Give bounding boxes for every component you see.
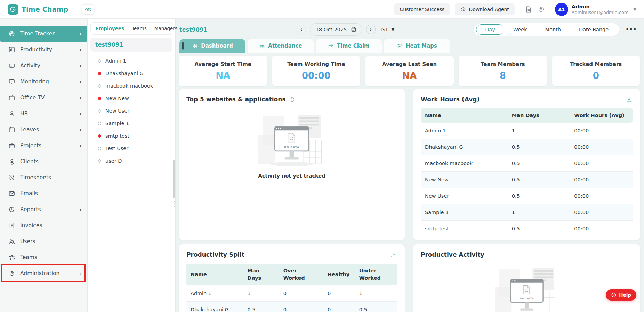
more-options-button[interactable]: ••• [626, 26, 637, 33]
chevron-right-icon: › [79, 95, 82, 101]
download-agent-button[interactable]: Download Agent [455, 3, 514, 15]
panel-resize-handle[interactable] [174, 201, 175, 207]
employee-list-item[interactable]: smtp test [98, 130, 175, 142]
customer-success-button[interactable]: Customer Success [394, 3, 450, 15]
sidebar-item-users[interactable]: Users [0, 233, 87, 249]
help-button[interactable]: Help [606, 289, 636, 301]
client-person-icon [8, 158, 15, 165]
employee-name: smtp test [105, 133, 129, 139]
avatar: A1 [555, 3, 568, 16]
employee-panel: Employees Teams Managers test9091 Admin … [88, 19, 176, 312]
column-header: Name [421, 108, 508, 123]
employee-name: Test User [105, 146, 128, 151]
cell-name: Admin 1 [421, 123, 508, 139]
sidebar-item-timesheets[interactable]: Timesheets [0, 170, 87, 186]
tab-time-claim[interactable]: Time Claim [316, 39, 382, 53]
view-option-day[interactable]: Day [476, 24, 504, 35]
tab-attendance[interactable]: Attendance [248, 39, 314, 53]
settings-gear-icon[interactable] [537, 6, 545, 13]
sidebar-item-label: Time Tracker [20, 31, 79, 37]
sidebar-item-projects[interactable]: Projects › [0, 138, 87, 154]
top-bar: Time Champ ⋘ Customer Success Download A… [0, 0, 644, 19]
date-navigation: ‹ 18 Oct 2025 › IST ▼ [297, 23, 394, 36]
download-cloud-icon [460, 7, 466, 12]
stat-value: 00:00 [302, 71, 331, 81]
employee-list-item[interactable]: user D [98, 155, 175, 167]
employee-list-item[interactable]: Dhakshayani G [98, 67, 175, 80]
sidebar-item-clients[interactable]: Clients [0, 154, 87, 170]
sidebar-item-administration[interactable]: Administration › [0, 265, 87, 281]
presence-dot [98, 84, 101, 88]
prev-day-button[interactable]: ‹ [297, 25, 306, 34]
sidebar-item-label: Timesheets [20, 174, 82, 181]
stat-card-tracked-members: Tracked Members 0 [552, 56, 640, 86]
team-group-header[interactable]: test9091 [90, 38, 172, 52]
employee-list-item[interactable]: Sample 1 [98, 117, 175, 130]
view-option-date-range[interactable]: Date Range [570, 24, 618, 35]
user-email: Adminuser1@admin.com [572, 10, 629, 15]
user-menu[interactable]: A1 Admin Adminuser1@admin.com ▼ [555, 3, 636, 16]
employee-name: user D [105, 158, 122, 164]
cell-name: Sample 1 [421, 204, 508, 221]
column-header: Name [186, 264, 243, 285]
employee-list-item[interactable]: New New [98, 92, 175, 105]
sidebar-item-office-tv[interactable]: Office TV › [0, 90, 87, 106]
no-data-illustration [492, 266, 562, 312]
user-name: Admin [572, 3, 629, 10]
date-picker[interactable]: 18 Oct 2025 [310, 23, 363, 36]
users-icon [8, 238, 15, 245]
work-hours-table: Name Man Days Work Hours (Avg) Admin 1 1… [421, 108, 633, 237]
info-icon[interactable] [289, 97, 295, 102]
calendar-icon [351, 27, 356, 32]
column-header: Man Days [508, 108, 570, 123]
no-data-illustration [255, 113, 328, 168]
sidebar-item-label: HR [20, 110, 79, 117]
sidebar-item-productivity[interactable]: Productivity › [0, 42, 87, 58]
next-day-button[interactable]: › [366, 25, 376, 34]
sidebar-item-label: Invoices [20, 222, 82, 229]
sidebar-item-emails[interactable]: Emails [0, 186, 87, 202]
activity-icon [8, 62, 15, 69]
notes-document-icon[interactable] [525, 6, 532, 13]
timezone-dropdown[interactable]: IST ▼ [380, 27, 394, 32]
employee-list-item[interactable]: New User [98, 105, 175, 117]
sidebar-item-label: Productivity [20, 47, 79, 53]
sidebar-collapse-button[interactable]: ⋘ [82, 5, 94, 14]
view-range-switcher: Day Week Month Date Range [474, 23, 620, 36]
view-option-week[interactable]: Week [504, 24, 536, 35]
tab-teams[interactable]: Teams [132, 26, 147, 31]
table-row: New User 0.5 00:00 [421, 188, 633, 204]
tab-employees[interactable]: Employees [96, 26, 124, 31]
tab-heat-maps[interactable]: Heat Maps [384, 39, 450, 53]
chevron-right-icon: › [79, 79, 82, 85]
stat-value: 0 [593, 71, 599, 81]
customer-success-label: Customer Success [400, 7, 445, 12]
calendar-icon [8, 126, 15, 133]
download-icon[interactable] [391, 252, 397, 258]
cell-work-hours: 00:00 [570, 221, 633, 237]
sidebar-item-monitoring[interactable]: Monitoring › [0, 74, 87, 90]
view-option-month[interactable]: Month [536, 24, 570, 35]
empty-state: Activity not yet tracked [186, 113, 397, 179]
employee-list-item[interactable]: macbook macbook [98, 80, 175, 92]
employee-list-item[interactable]: Test User [98, 142, 175, 155]
sidebar-item-invoices[interactable]: Invoices [0, 217, 87, 233]
table-row: macbook macbook 0.5 00:00 [421, 155, 633, 172]
cell-man-days: 1 [508, 123, 570, 139]
tab-managers[interactable]: Managers [154, 26, 177, 31]
tab-dashboard[interactable]: Dashboard [179, 39, 245, 53]
cell-name: smtp test [421, 221, 508, 237]
sidebar-item-hr[interactable]: HR › [0, 106, 87, 122]
sidebar-item-leaves[interactable]: Leaves › [0, 122, 87, 138]
presence-dot [98, 159, 101, 163]
panel-scrollbar-thumb[interactable] [173, 160, 175, 198]
stats-row: Average Start Time NA Team Working Time … [179, 56, 640, 86]
download-icon[interactable] [626, 96, 633, 103]
sidebar-item-label: Projects [20, 142, 79, 149]
sidebar-item-time-tracker[interactable]: Time Tracker › [0, 26, 87, 42]
sidebar-item-reports[interactable]: Reports › [0, 202, 87, 217]
employee-list-item[interactable]: Admin 1 [98, 55, 175, 67]
sidebar-item-teams[interactable]: Teams [0, 249, 87, 265]
employee-name: macbook macbook [105, 83, 153, 89]
sidebar-item-activity[interactable]: Activity › [0, 58, 87, 74]
